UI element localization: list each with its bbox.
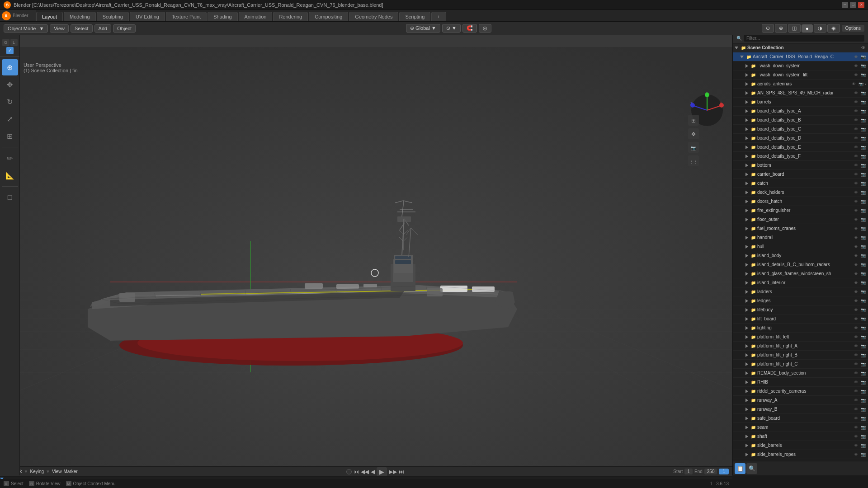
render-icon[interactable]: 📷: [860, 135, 866, 141]
move-tool[interactable]: ✥: [2, 76, 18, 93]
render-icon[interactable]: 📷: [860, 352, 866, 358]
tab-scripting[interactable]: Scripting: [399, 12, 430, 21]
add-object-tool[interactable]: □: [2, 189, 18, 206]
list-item[interactable]: 📁 lift_board 👁 📷: [733, 314, 868, 324]
view-menu[interactable]: View: [50, 24, 69, 33]
render-icon[interactable]: 📷: [860, 370, 866, 376]
render-icon[interactable]: 📷: [860, 334, 866, 340]
close-button[interactable]: ✕: [858, 2, 864, 8]
measure-tool[interactable]: 📐: [2, 167, 18, 183]
window-controls[interactable]: ─ □ ✕: [842, 2, 864, 8]
current-frame-display[interactable]: 1: [719, 469, 729, 474]
list-item[interactable]: 📁 ledges 👁 📷: [733, 296, 868, 305]
add-menu[interactable]: Add: [94, 24, 112, 33]
list-item[interactable]: 📁 board_details_type_C 👁 📷: [733, 125, 868, 134]
list-item[interactable]: 📁 seam 👁 📷: [733, 423, 868, 432]
tab-rendering[interactable]: Rendering: [273, 12, 308, 21]
object-mode-selector[interactable]: Object Mode ▼: [4, 24, 48, 33]
render-icon[interactable]: 📷: [860, 442, 866, 449]
list-item[interactable]: 📁 _wash_down_system 👁 📷: [733, 61, 868, 70]
keying-label[interactable]: Keying: [30, 469, 44, 474]
render-icon[interactable]: 📷: [860, 397, 866, 404]
start-frame-input[interactable]: 1: [684, 469, 693, 474]
pivot-point[interactable]: ⊙ ▼: [442, 24, 461, 33]
visibility-icon[interactable]: 👁: [853, 433, 859, 440]
visibility-icon[interactable]: 👁: [853, 54, 859, 60]
tab-layout[interactable]: Layout: [36, 12, 63, 21]
render-icon[interactable]: 📷: [860, 280, 866, 286]
search-input[interactable]: [744, 35, 864, 42]
proportional-edit[interactable]: ◎: [479, 24, 491, 33]
transform-orientation[interactable]: ⊕ Global ▼: [406, 24, 440, 33]
options-button[interactable]: Options: [842, 25, 864, 32]
visibility-icon[interactable]: 👁: [853, 361, 859, 367]
visibility-icon[interactable]: 👁: [853, 244, 859, 250]
visibility-icon[interactable]: 👁: [860, 45, 866, 51]
visibility-icon[interactable]: 👁: [853, 397, 859, 404]
render-icon[interactable]: 📷: [860, 54, 866, 60]
render-icon[interactable]: 📷: [860, 117, 866, 123]
render-icon[interactable]: 📷: [860, 343, 866, 349]
tab-animation[interactable]: Animation: [239, 12, 273, 21]
render-icon[interactable]: 📷: [860, 244, 866, 250]
viewport-grid-icon[interactable]: ⋮⋮: [688, 155, 699, 166]
list-item[interactable]: 📁 hull 👁 📷: [733, 242, 868, 251]
list-item[interactable]: 📁 platform_lift_right_C 👁 📷: [733, 360, 868, 369]
list-item[interactable]: 📁 board_details_type_A 👁 📷: [733, 107, 868, 116]
tab-compositing[interactable]: Compositing: [309, 12, 348, 21]
render-icon[interactable]: 📷: [860, 253, 866, 259]
render-icon[interactable]: 📷: [860, 388, 866, 394]
render-icon[interactable]: 📷: [860, 289, 866, 295]
render-icon[interactable]: 📷: [860, 307, 866, 313]
visibility-icon[interactable]: 👁: [853, 117, 859, 123]
render-icon[interactable]: 📷: [860, 379, 866, 385]
render-icon[interactable]: 📷: [860, 361, 866, 367]
list-item[interactable]: 📁 fuel_rooms_cranes 👁 📷: [733, 224, 868, 233]
visibility-icon[interactable]: 👁: [853, 180, 859, 187]
visibility-icon[interactable]: 👁: [853, 316, 859, 322]
select-menu[interactable]: Select: [71, 24, 93, 33]
visibility-icon[interactable]: 👁: [853, 207, 859, 214]
view-pan-icon[interactable]: ✥: [688, 128, 699, 139]
render-icon[interactable]: 📷: [860, 298, 866, 304]
icon-local-orient[interactable]: L: [10, 39, 18, 46]
scale-tool[interactable]: ⤢: [2, 111, 18, 127]
render-icon[interactable]: 📷: [860, 406, 866, 413]
visibility-icon[interactable]: 👁: [853, 424, 859, 431]
visibility-icon[interactable]: 👁: [853, 280, 859, 286]
visibility-icon[interactable]: 👁: [853, 352, 859, 358]
visibility-icon[interactable]: 👁: [853, 189, 859, 196]
search-properties-icon[interactable]: 🔍: [746, 463, 757, 474]
blender-menu-logo[interactable]: B: [2, 11, 11, 20]
step-forward-button[interactable]: ▶▶: [389, 469, 397, 475]
list-item[interactable]: 📁 board_details_type_F 👁 📷: [733, 152, 868, 161]
render-icon[interactable]: 📷: [860, 162, 866, 169]
solid-view-btn[interactable]: ●: [802, 24, 813, 33]
list-item[interactable]: 📁 _wash_down_system_lift 👁 📷: [733, 70, 868, 80]
list-item[interactable]: 📁 doors_hatch 👁 📷: [733, 197, 868, 206]
active-properties-icon[interactable]: 📋: [735, 463, 745, 474]
visibility-icon[interactable]: 👁: [853, 225, 859, 232]
visibility-icon[interactable]: 👁: [853, 171, 859, 178]
viewport-gizmo-toggle[interactable]: ⊙: [762, 24, 774, 33]
xray-toggle[interactable]: ◫: [788, 24, 801, 33]
list-item[interactable]: 📁 board_details_type_E 👁 📷: [733, 143, 868, 152]
list-item[interactable]: 📁 fire_extinguisher 👁 📷: [733, 206, 868, 215]
render-icon[interactable]: 📷: [860, 144, 866, 150]
render-icon[interactable]: 📷: [860, 433, 866, 440]
render-icon[interactable]: 📷: [860, 198, 866, 205]
transform-tool[interactable]: ⊞: [2, 128, 18, 144]
visibility-icon[interactable]: 👁: [853, 343, 859, 349]
list-item[interactable]: 📁 board_details_type_B 👁 📷: [733, 116, 868, 125]
render-icon[interactable]: 📷: [860, 451, 866, 458]
tab-sculpting[interactable]: Sculpting: [97, 12, 129, 21]
render-icon[interactable]: 📷: [860, 180, 866, 187]
visibility-icon[interactable]: 👁: [853, 235, 859, 241]
list-item[interactable]: 📁 side_barrels 👁 📷: [733, 441, 868, 450]
tab-uv-editing[interactable]: UV Editing: [130, 12, 165, 21]
visibility-icon[interactable]: 👁: [853, 198, 859, 205]
list-item[interactable]: 📁 platform_lift_left 👁 📷: [733, 333, 868, 342]
end-frame-input[interactable]: 250: [704, 469, 717, 474]
visibility-icon[interactable]: 👁: [853, 334, 859, 340]
visibility-icon[interactable]: 👁: [853, 126, 859, 132]
